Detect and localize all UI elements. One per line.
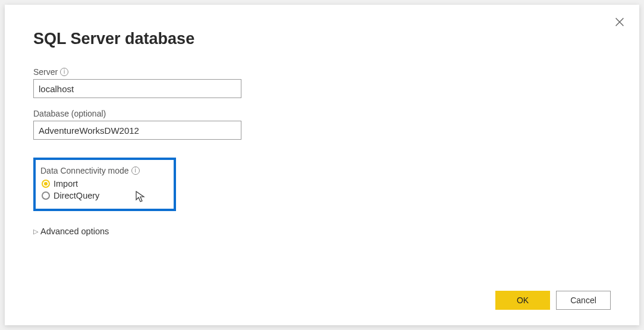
sql-server-database-dialog: SQL Server database Server i Database (o… [5, 5, 639, 325]
server-label-text: Server [33, 67, 58, 77]
radio-import-label: Import [54, 179, 78, 188]
chevron-right-icon: ▷ [33, 228, 38, 235]
radio-icon [42, 191, 50, 200]
database-label: Database (optional) [33, 109, 611, 118]
advanced-options-toggle[interactable]: ▷ Advanced options [33, 227, 611, 236]
close-button[interactable] [613, 15, 626, 29]
radio-import[interactable]: Import [40, 179, 167, 188]
server-field-group: Server i [33, 67, 611, 98]
dialog-buttons: OK Cancel [495, 291, 611, 310]
radio-directquery-label: DirectQuery [54, 191, 99, 200]
dialog-title: SQL Server database [33, 30, 611, 48]
radio-icon [42, 180, 50, 188]
cancel-button[interactable]: Cancel [556, 291, 611, 310]
info-icon[interactable]: i [60, 68, 68, 76]
database-field-group: Database (optional) [33, 109, 611, 140]
close-icon [613, 15, 626, 29]
ok-button[interactable]: OK [495, 291, 550, 310]
info-icon[interactable]: i [131, 166, 140, 175]
data-connectivity-mode-group: Data Connectivity mode i Import DirectQu… [33, 158, 176, 211]
connectivity-label: Data Connectivity mode i [40, 166, 167, 175]
server-input[interactable] [33, 79, 241, 98]
database-input[interactable] [33, 121, 241, 140]
connectivity-label-text: Data Connectivity mode [40, 166, 129, 175]
advanced-options-label: Advanced options [40, 227, 109, 236]
server-label: Server i [33, 67, 611, 77]
radio-directquery[interactable]: DirectQuery [40, 191, 167, 200]
